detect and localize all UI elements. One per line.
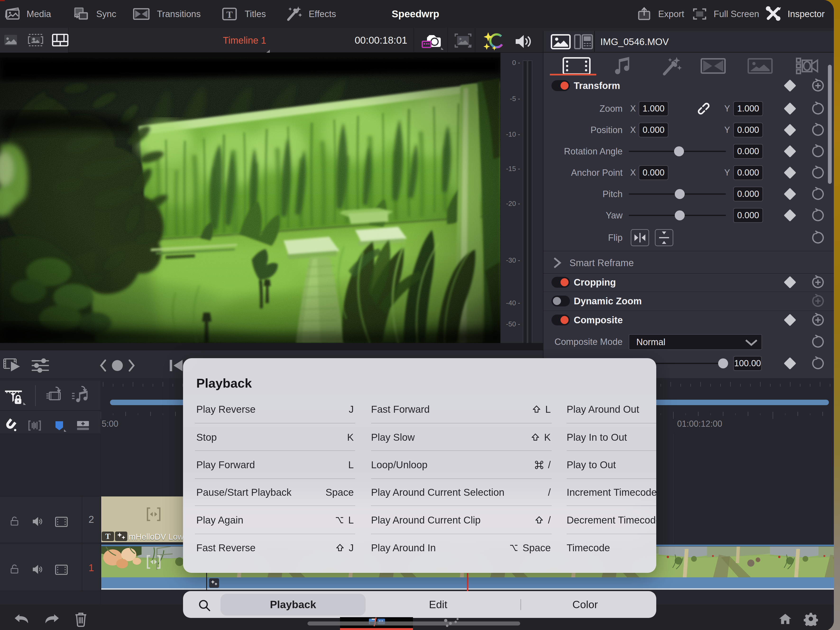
svg-text:T: T <box>226 9 233 20</box>
